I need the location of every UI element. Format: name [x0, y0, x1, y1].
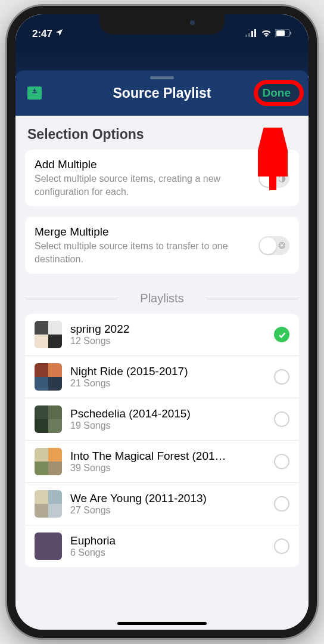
- cellular-icon: [245, 28, 257, 40]
- option-title: Merge Multiple: [35, 225, 251, 239]
- toggle-add-multiple[interactable]: ◑: [258, 169, 289, 188]
- option-title: Add Multiple: [35, 158, 251, 171]
- gear-icon: ◑: [278, 173, 286, 184]
- playlist-info: Into The Magical Forest (201…39 Songs: [70, 450, 266, 473]
- svg-rect-0: [245, 35, 247, 37]
- playlist-info: Night Ride (2015-2017)21 Songs: [70, 365, 266, 389]
- playlist-row[interactable]: spring 202212 Songs: [25, 314, 299, 356]
- camera-dot: [190, 20, 195, 25]
- playlist-row[interactable]: We Are Young (2011-2013)27 Songs: [25, 483, 299, 525]
- playlist-count: 21 Songs: [70, 378, 266, 389]
- svg-rect-2: [251, 31, 253, 37]
- checkmark-icon[interactable]: [274, 327, 289, 342]
- playlist-name: Night Ride (2015-2017): [70, 365, 266, 378]
- svg-rect-1: [248, 33, 250, 37]
- home-indicator[interactable]: [117, 622, 207, 625]
- playlist-info: We Are Young (2011-2013)27 Songs: [70, 492, 266, 516]
- playlist-name: Euphoria: [70, 534, 266, 547]
- playlist-artwork: [35, 363, 62, 391]
- playlist-info: Euphoria6 Songs: [70, 534, 266, 558]
- import-button[interactable]: [27, 86, 42, 100]
- svg-rect-6: [290, 32, 291, 35]
- playlist-name: spring 2022: [70, 323, 266, 336]
- radio-empty-icon[interactable]: [274, 454, 289, 469]
- playlist-row[interactable]: Euphoria6 Songs: [25, 525, 299, 567]
- radio-empty-icon[interactable]: [274, 496, 289, 512]
- playlist-count: 39 Songs: [70, 463, 266, 473]
- playlist-artwork: [35, 448, 62, 475]
- toggle-merge-multiple[interactable]: ❂: [258, 236, 289, 255]
- content-area: Selection Options Add Multiple Select mu…: [15, 116, 309, 630]
- playlist-artwork: [35, 321, 62, 348]
- playlist-count: 12 Songs: [70, 336, 266, 346]
- playlist-artwork: [35, 490, 62, 518]
- svg-rect-3: [254, 29, 256, 37]
- drag-handle[interactable]: [150, 76, 174, 79]
- radio-empty-icon[interactable]: [274, 411, 289, 427]
- playlist-count: 19 Songs: [70, 420, 266, 431]
- playlist-list: spring 202212 SongsNight Ride (2015-2017…: [25, 314, 299, 567]
- done-button[interactable]: Done: [254, 83, 300, 103]
- sheet-header: Source Playlist Done: [15, 70, 309, 116]
- section-title: Selection Options: [25, 126, 299, 143]
- location-icon: [55, 28, 64, 40]
- playlist-row[interactable]: Night Ride (2015-2017)21 Songs: [25, 356, 299, 398]
- playlist-artwork: [35, 532, 62, 560]
- page-title: Source Playlist: [113, 85, 211, 101]
- playlist-name: Pschedelia (2014-2015): [70, 407, 266, 420]
- option-desc: Select multiple source items, creating a…: [35, 172, 251, 198]
- option-desc: Select multiple source items to transfer…: [35, 240, 251, 265]
- playlist-count: 6 Songs: [70, 547, 266, 558]
- playlist-name: We Are Young (2011-2013): [70, 492, 266, 505]
- playlist-info: spring 202212 Songs: [70, 323, 266, 346]
- svg-rect-5: [276, 30, 285, 36]
- status-time: 2:47: [32, 28, 52, 40]
- battery-icon: [275, 28, 292, 40]
- option-add-multiple: Add Multiple Select multiple source item…: [25, 150, 299, 206]
- playlist-artwork: [35, 405, 62, 433]
- device-notch: [99, 14, 225, 35]
- radio-empty-icon[interactable]: [274, 538, 289, 554]
- wifi-icon: [261, 28, 272, 40]
- radio-empty-icon[interactable]: [274, 369, 289, 385]
- playlist-info: Pschedelia (2014-2015)19 Songs: [70, 407, 266, 431]
- option-merge-multiple: Merge Multiple Select multiple source it…: [25, 217, 299, 274]
- gear-icon: ❂: [278, 240, 286, 251]
- playlist-name: Into The Magical Forest (201…: [70, 450, 266, 463]
- playlist-row[interactable]: Into The Magical Forest (201…39 Songs: [25, 441, 299, 483]
- phone-frame: 2:47 Source Playlist Done: [7, 6, 317, 638]
- playlist-row[interactable]: Pschedelia (2014-2015)19 Songs: [25, 398, 299, 441]
- playlists-header: Playlists: [25, 292, 299, 305]
- playlist-count: 27 Songs: [70, 505, 266, 516]
